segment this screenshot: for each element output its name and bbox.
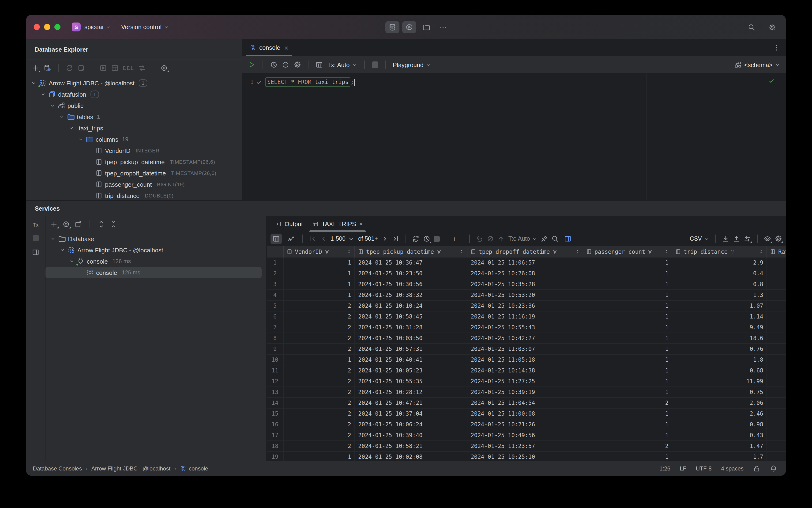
notifications-icon[interactable] bbox=[770, 465, 777, 472]
cell[interactable]: 1 bbox=[583, 452, 672, 461]
expander-chevron-icon[interactable] bbox=[40, 91, 46, 97]
svc-node-database[interactable]: Database bbox=[45, 233, 266, 244]
chart-view-button[interactable] bbox=[285, 234, 296, 244]
cell[interactable]: 2 bbox=[284, 344, 355, 354]
vcs-menu[interactable]: Version control bbox=[121, 24, 169, 31]
cell[interactable] bbox=[767, 409, 786, 419]
cell[interactable]: 2024-01-25 10:02:08 bbox=[355, 452, 467, 461]
cell[interactable]: 2024-01-25 10:35:28 bbox=[467, 279, 583, 289]
cell[interactable]: 2024-01-25 10:39:40 bbox=[355, 430, 467, 440]
cell[interactable] bbox=[767, 430, 786, 440]
tab-options-icon[interactable] bbox=[773, 44, 780, 51]
column-header-tpep_dropoff_datetime[interactable]: tpep_dropoff_datetime bbox=[467, 246, 583, 257]
cell[interactable] bbox=[767, 268, 786, 279]
column-header-tpep_pickup_datetime[interactable]: tpep_pickup_datetime bbox=[355, 246, 467, 257]
cell[interactable]: 2024-01-25 10:36:47 bbox=[355, 257, 467, 268]
db-node-public[interactable]: public bbox=[26, 100, 242, 111]
cell[interactable]: 2024-01-25 10:23:50 bbox=[355, 268, 467, 279]
cell[interactable]: 0.43 bbox=[672, 430, 767, 440]
cell[interactable]: 2024-01-25 11:00:08 bbox=[467, 409, 583, 419]
cell[interactable]: 1 bbox=[583, 268, 672, 279]
datasource-properties-button[interactable] bbox=[44, 64, 51, 72]
db-node-taxi-trips[interactable]: taxi_trips bbox=[26, 122, 242, 134]
file-encoding[interactable]: UTF-8 bbox=[696, 465, 712, 472]
cell[interactable]: 2.9 bbox=[672, 257, 767, 268]
db-node-tpep-dropoff-datetime[interactable]: tpep_dropoff_datetimeTIMESTAMP(26,6) bbox=[26, 167, 242, 179]
db-node-tables[interactable]: tables1 bbox=[26, 111, 242, 122]
cell[interactable]: 1 bbox=[284, 452, 355, 461]
sql-editor[interactable]: 1 SELECT * FROM taxi_trips; bbox=[242, 74, 786, 200]
minimize-window-button[interactable] bbox=[44, 24, 50, 30]
cell[interactable]: 1 bbox=[284, 257, 355, 268]
lock-icon[interactable] bbox=[753, 465, 760, 472]
sort-icon[interactable] bbox=[759, 249, 764, 254]
cell[interactable]: 2024-01-25 10:55:35 bbox=[355, 376, 467, 386]
db-node-columns[interactable]: columns19 bbox=[26, 134, 242, 145]
cell[interactable]: 1 bbox=[583, 257, 672, 268]
import-upload-icon[interactable] bbox=[733, 235, 740, 243]
submit-icon[interactable] bbox=[498, 235, 505, 243]
db-node-trip-distance[interactable]: trip_distanceDOUBLE(0) bbox=[26, 190, 242, 200]
cell[interactable]: 2.46 bbox=[672, 409, 767, 419]
indent-style[interactable]: 4 spaces bbox=[721, 465, 743, 472]
filter-icon[interactable] bbox=[436, 249, 441, 254]
cell[interactable]: 1 bbox=[583, 409, 672, 419]
search-everywhere-button[interactable] bbox=[745, 21, 759, 33]
sort-icon[interactable] bbox=[664, 249, 669, 254]
expander-chevron-icon[interactable] bbox=[59, 247, 65, 253]
expander-chevron-icon[interactable] bbox=[31, 80, 37, 86]
transfer-data-icon[interactable] bbox=[743, 235, 751, 243]
run-widget-button[interactable] bbox=[402, 21, 416, 33]
cell[interactable]: 0.68 bbox=[672, 366, 767, 376]
cell[interactable]: 2024-01-25 10:30:56 bbox=[355, 279, 467, 289]
cell[interactable]: 2.06 bbox=[672, 398, 767, 408]
cell[interactable]: 2024-01-25 10:37:04 bbox=[355, 409, 467, 419]
browse-data-icon[interactable] bbox=[316, 61, 323, 69]
db-node-vendorid[interactable]: VendorIDINTEGER bbox=[26, 145, 242, 156]
cell[interactable]: 1 bbox=[583, 387, 672, 397]
grid-view-button[interactable] bbox=[271, 234, 282, 244]
grid-settings-icon[interactable] bbox=[774, 235, 782, 243]
view-settings-icon[interactable] bbox=[764, 235, 771, 243]
db-node-datafusion[interactable]: datafusion1 bbox=[26, 89, 242, 100]
cell[interactable]: 2024-01-25 10:31:28 bbox=[355, 322, 467, 333]
stop-query-button[interactable] bbox=[434, 236, 440, 242]
last-page-icon[interactable] bbox=[392, 235, 399, 243]
row-number-header[interactable] bbox=[267, 246, 284, 257]
auto-refresh-icon[interactable] bbox=[423, 235, 431, 243]
cell[interactable]: 2024-01-25 10:26:08 bbox=[467, 268, 583, 279]
expander-chevron-icon[interactable] bbox=[50, 103, 55, 109]
cell[interactable]: 2024-01-25 10:23:36 bbox=[467, 301, 583, 311]
cell[interactable]: 2024-01-25 11:23:57 bbox=[467, 441, 583, 451]
cell[interactable]: 2024-01-25 10:06:24 bbox=[355, 419, 467, 430]
cell[interactable]: 11.99 bbox=[672, 376, 767, 386]
project-structure-button[interactable] bbox=[419, 21, 433, 33]
cell[interactable] bbox=[767, 398, 786, 408]
export-format-select[interactable]: CSV bbox=[690, 236, 709, 242]
line-separator[interactable]: LF bbox=[680, 465, 686, 472]
cell[interactable]: 2024-01-25 11:16:19 bbox=[467, 311, 583, 322]
settings-button[interactable] bbox=[765, 21, 779, 33]
breadcrumb-item[interactable]: Database Consoles bbox=[33, 465, 82, 472]
cell[interactable]: 1 bbox=[583, 344, 672, 354]
cell[interactable]: 1 bbox=[583, 366, 672, 376]
reload-icon[interactable] bbox=[412, 235, 419, 243]
cell[interactable]: 2024-01-25 10:25:10 bbox=[467, 452, 583, 461]
sql-statement[interactable]: SELECT * FROM taxi_trips bbox=[265, 77, 351, 87]
add-row-button[interactable]: + bbox=[452, 235, 456, 243]
svc-node-arrow-flight-jdbc-localhost[interactable]: Arrow Flight JDBC - @localhost bbox=[45, 244, 266, 256]
cell[interactable]: 2024-01-25 11:06:57 bbox=[467, 257, 583, 268]
cell[interactable]: 2024-01-25 10:14:38 bbox=[467, 366, 583, 376]
cell[interactable]: 1 bbox=[583, 279, 672, 289]
expander-chevron-icon[interactable] bbox=[59, 114, 65, 120]
cell[interactable]: 2024-01-25 10:10:24 bbox=[355, 301, 467, 311]
ddl-button[interactable]: DDL bbox=[123, 65, 134, 71]
cell[interactable]: 1 bbox=[583, 376, 672, 386]
cell[interactable]: 0.76 bbox=[672, 344, 767, 354]
cell[interactable] bbox=[767, 452, 786, 461]
column-header-passenger_count[interactable]: passenger_count bbox=[583, 246, 672, 257]
more-actions-button[interactable] bbox=[436, 21, 450, 33]
expander-chevron-icon[interactable] bbox=[50, 236, 56, 242]
cell[interactable] bbox=[767, 419, 786, 430]
cell[interactable]: 2 bbox=[284, 322, 355, 333]
